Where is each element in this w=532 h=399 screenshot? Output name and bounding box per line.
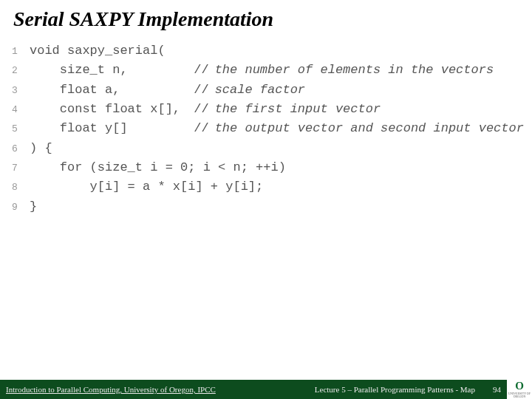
footer-center-text: Lecture 5 – Parallel Programming Pattern… xyxy=(216,385,493,394)
code-text: const float x[], xyxy=(30,100,188,119)
code-comment: //the output vector and second input vec… xyxy=(194,119,524,138)
code-text: float a, xyxy=(30,81,188,100)
line-number: 6 xyxy=(12,142,30,157)
code-text: } xyxy=(30,197,37,216)
logo-mark: O xyxy=(515,381,524,392)
code-line: 3 float a, //scale factor xyxy=(12,81,520,100)
code-text: void saxpy_serial( xyxy=(30,41,166,61)
code-line: 2 size_t n, //the number of elements in … xyxy=(12,61,520,80)
code-line: 8 y[i] = a * x[i] + y[i]; xyxy=(12,177,520,197)
university-logo: O UNIVERSITY OF OREGON xyxy=(507,380,532,399)
code-text: float y[] xyxy=(30,119,188,138)
line-number: 1 xyxy=(12,44,30,59)
page-number: 94 xyxy=(493,385,507,394)
code-comment: //the number of elements in the vectors xyxy=(194,61,494,80)
code-text: y[i] = a * x[i] + y[i]; xyxy=(30,177,263,197)
line-number: 9 xyxy=(12,200,30,215)
code-line: 4 const float x[], //the first input vec… xyxy=(12,100,520,119)
line-number: 3 xyxy=(12,83,30,98)
slide-title: Serial SAXPY Implementation xyxy=(0,0,532,31)
code-comment: //the first input vector xyxy=(194,100,381,119)
code-text: size_t n, xyxy=(30,61,188,80)
footer-left-text: Introduction to Parallel Computing, Univ… xyxy=(0,385,216,394)
footer-bar: Introduction to Parallel Computing, Univ… xyxy=(0,380,532,399)
line-number: 5 xyxy=(12,122,30,137)
line-number: 2 xyxy=(12,64,30,78)
code-line: 1 void saxpy_serial( xyxy=(12,41,520,61)
code-text: ) { xyxy=(30,139,52,158)
line-number: 8 xyxy=(12,180,30,195)
code-line: 9 } xyxy=(12,197,520,216)
slide: Serial SAXPY Implementation 1 void saxpy… xyxy=(0,0,532,399)
line-number: 4 xyxy=(12,103,30,117)
code-text: for (size_t i = 0; i < n; ++i) xyxy=(30,158,286,177)
code-block: 1 void saxpy_serial( 2 size_t n, //the n… xyxy=(12,41,520,216)
code-line: 6 ) { xyxy=(12,139,520,158)
code-line: 5 float y[] //the output vector and seco… xyxy=(12,119,520,138)
line-number: 7 xyxy=(12,161,30,176)
code-line: 7 for (size_t i = 0; i < n; ++i) xyxy=(12,158,520,177)
logo-text: UNIVERSITY OF OREGON xyxy=(507,392,532,398)
code-comment: //scale factor xyxy=(194,81,305,100)
